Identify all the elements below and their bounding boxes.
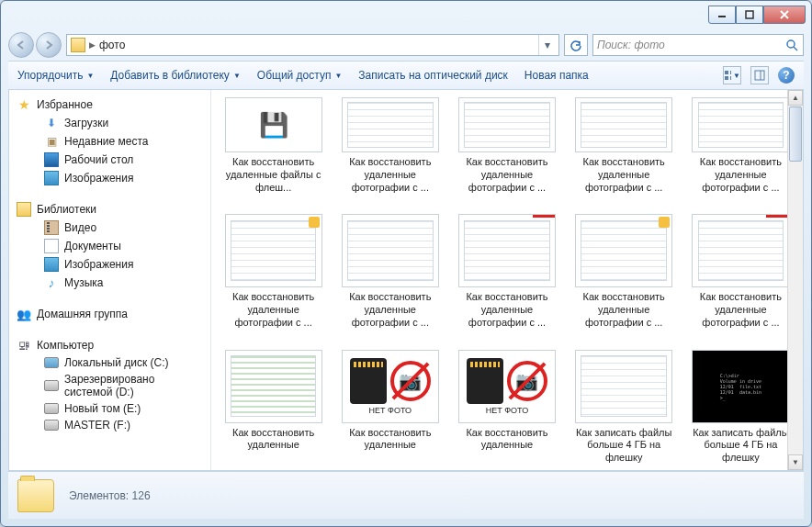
organize-menu[interactable]: Упорядочить▼ [17, 69, 94, 82]
file-label: Как восстановить удаленные фотографии с … [456, 156, 558, 194]
address-text[interactable]: фото [99, 39, 535, 51]
sidebar-libraries[interactable]: Библиотеки [9, 200, 210, 219]
chevron-down-icon: ▼ [233, 72, 241, 80]
file-item[interactable]: Как восстановить удаленные [219, 346, 328, 468]
thumbnail [692, 214, 789, 287]
file-item[interactable]: 💾Как восстановить удаленные файлы с флеш… [219, 94, 328, 197]
file-grid: 💾Как восстановить удаленные файлы с флеш… [219, 94, 795, 468]
file-item[interactable]: 📷НЕТ ФОТОКак восстановить удаленные [335, 346, 445, 468]
thumbnail: 💾 [225, 97, 322, 152]
thumbnail: C:\>dir Volume in drive 12/01 file.txt 1… [692, 350, 789, 423]
new-folder-button[interactable]: Новая папка [524, 69, 589, 82]
maximize-button[interactable] [736, 6, 763, 24]
sidebar-homegroup[interactable]: 👥Домашняя группа [9, 305, 210, 323]
file-item[interactable]: C:\>dir Volume in drive 12/01 file.txt 1… [686, 346, 795, 468]
file-item[interactable]: Как восстановить удаленные фотографии с … [452, 94, 561, 197]
nav-row: ▶ фото ▾ Поиск: фото [1, 28, 811, 61]
status-text: Элементов: 126 [69, 489, 151, 502]
address-dropdown[interactable]: ▾ [538, 35, 555, 55]
thumbnail [575, 350, 672, 423]
svg-point-2 [787, 40, 795, 48]
file-label: Как восстановить удаленные фотографии с … [573, 291, 675, 329]
folder-icon [17, 479, 54, 512]
svg-rect-6 [725, 76, 728, 80]
sidebar-favorites[interactable]: ★Избранное [9, 95, 210, 114]
refresh-button[interactable] [564, 34, 588, 56]
view-options-button[interactable]: ▼ [723, 66, 741, 84]
scroll-up-button[interactable]: ▲ [788, 90, 803, 106]
sidebar-music[interactable]: ♪Музыка [9, 274, 210, 292]
library-icon [17, 202, 31, 217]
drive-icon [44, 403, 59, 414]
thumbnail: 📷НЕТ ФОТО [342, 350, 439, 423]
file-item[interactable]: Как записать файлы больше 4 ГБ на флешку [570, 346, 679, 468]
burn-button[interactable]: Записать на оптический диск [358, 69, 508, 82]
close-button[interactable] [763, 6, 806, 24]
sidebar-images[interactable]: Изображения [9, 169, 210, 187]
help-button[interactable]: ? [778, 67, 795, 84]
search-placeholder: Поиск: фото [597, 39, 784, 51]
add-library-menu[interactable]: Добавить в библиотеку▼ [110, 69, 240, 82]
download-icon: ⬇ [44, 116, 59, 130]
sidebar: ★Избранное ⬇Загрузки ▣Недавние места Раб… [9, 90, 211, 470]
file-label: Как записать файлы больше 4 ГБ на флешку [690, 427, 792, 465]
file-label: Как восстановить удаленные фотографии с … [456, 291, 558, 329]
thumbnail [458, 97, 556, 152]
file-item[interactable]: Как восстановить удаленные фотографии с … [335, 94, 445, 197]
thumbnail [575, 214, 672, 287]
explorer-window: ▶ фото ▾ Поиск: фото Упорядочить▼ Добави… [0, 0, 812, 527]
file-label: Как записать файлы больше 4 ГБ на флешку [573, 427, 675, 465]
images-icon [44, 171, 59, 185]
sidebar-drive-c[interactable]: Локальный диск (C:) [9, 354, 210, 371]
images-icon [44, 257, 59, 272]
thumbnail [342, 97, 439, 152]
address-bar[interactable]: ▶ фото ▾ [66, 34, 559, 56]
sidebar-computer[interactable]: 🖳Компьютер [9, 336, 210, 354]
window-controls [708, 6, 806, 24]
minimize-button[interactable] [708, 6, 736, 24]
sidebar-desktop[interactable]: Рабочий стол [9, 151, 210, 169]
drive-icon [44, 357, 59, 368]
sidebar-drive-f[interactable]: MASTER (F:) [9, 417, 210, 433]
share-menu[interactable]: Общий доступ▼ [257, 69, 343, 82]
sidebar-lib-images[interactable]: Изображения [9, 255, 210, 274]
back-button[interactable] [8, 32, 34, 58]
file-item[interactable]: Как восстановить удаленные фотографии с … [219, 210, 328, 332]
file-item[interactable]: 📷НЕТ ФОТОКак восстановить удаленные [452, 346, 561, 468]
vertical-scrollbar[interactable]: ▲ ▼ [787, 90, 803, 470]
drive-icon [44, 420, 59, 431]
thumbnail [225, 350, 322, 423]
file-item[interactable]: Как восстановить удаленные фотографии с … [686, 94, 795, 197]
file-label: Как восстановить удаленные файлы с флеш.… [222, 156, 324, 194]
svg-rect-4 [725, 71, 728, 74]
scroll-down-button[interactable]: ▼ [788, 454, 803, 470]
file-item[interactable]: Как восстановить удаленные фотографии с … [570, 94, 679, 197]
sidebar-downloads[interactable]: ⬇Загрузки [9, 114, 210, 132]
file-label: Как восстановить удаленные фотографии с … [339, 291, 441, 329]
file-grid-area[interactable]: 💾Как восстановить удаленные файлы с флеш… [211, 90, 803, 470]
svg-rect-8 [755, 71, 764, 80]
music-icon: ♪ [44, 275, 59, 290]
sidebar-video[interactable]: Видео [9, 219, 210, 237]
file-item[interactable]: Как восстановить удаленные фотографии с … [335, 210, 445, 332]
file-item[interactable]: Как восстановить удаленные фотографии с … [570, 210, 679, 332]
file-item[interactable]: Как восстановить удаленные фотографии с … [686, 210, 795, 332]
preview-pane-button[interactable] [750, 66, 769, 84]
svg-rect-5 [730, 71, 731, 74]
file-item[interactable]: Как восстановить удаленные фотографии с … [452, 210, 561, 332]
search-icon[interactable] [784, 38, 799, 52]
file-label: Как восстановить удаленные фотографии с … [573, 156, 675, 194]
sidebar-drive-e[interactable]: Новый том (E:) [9, 400, 210, 417]
forward-button[interactable] [36, 32, 62, 58]
sidebar-drive-d[interactable]: Зарезервировано системой (D:) [9, 371, 210, 400]
desktop-icon [44, 152, 59, 167]
thumbnail [342, 214, 439, 287]
sidebar-recent[interactable]: ▣Недавние места [9, 132, 210, 151]
search-box[interactable]: Поиск: фото [592, 34, 804, 56]
scroll-thumb[interactable] [789, 107, 802, 162]
titlebar[interactable] [1, 1, 811, 28]
sidebar-documents[interactable]: Документы [9, 237, 210, 255]
file-label: Как восстановить удаленные фотографии с … [222, 291, 324, 329]
file-label: Как восстановить удаленные фотографии с … [339, 156, 441, 194]
chevron-down-icon: ▼ [86, 72, 94, 80]
